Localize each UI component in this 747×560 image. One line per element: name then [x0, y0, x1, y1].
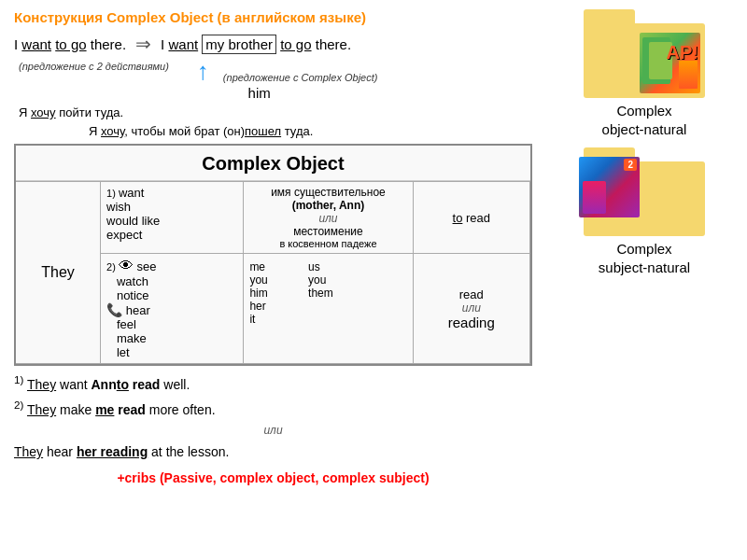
examples-section: 1) They want Annto read well. 2) They ma… — [14, 371, 532, 463]
folder-icon-1: AP! — [584, 9, 705, 98]
main-container: Конструкция Complex Object (в английском… — [0, 0, 747, 560]
verbs-group2: 2) 👁 see watch notice 📞 hear feel make l… — [101, 254, 244, 364]
complex-object-title: Complex Object — [16, 146, 530, 181]
result-cell-2: read или reading — [413, 254, 529, 364]
sentence2: I want my brother to go there. — [161, 36, 351, 52]
bottom-note: +cribs (Passive, complex object, complex… — [14, 470, 532, 485]
sentence1: I want to go there. — [14, 36, 126, 52]
result-cell-1: to read — [413, 182, 529, 254]
folder-label-1: Complexobject-natural — [602, 102, 687, 138]
complex-object-section: Complex Object They 1) wantwishwould lik… — [14, 144, 532, 366]
arrow-up-icon: ↑ — [197, 59, 209, 83]
folder-icon-2: 2 — [584, 147, 705, 236]
arrow-right-icon: ⇒ — [135, 33, 151, 55]
folder-image-2: 2 — [579, 157, 640, 217]
ili-center: или — [14, 422, 532, 440]
example1: 1) They want Annto read well. — [14, 371, 532, 395]
they-cell: They — [16, 182, 101, 364]
russian-sentence2: Я хочу, чтобы мой брат (он)пошел туда. — [89, 124, 313, 138]
left-note: (предложение с 2 действиями) — [19, 61, 169, 72]
pronoun-cell: meus youyou himthem her it — [244, 254, 413, 364]
page-title: Конструкция Complex Object (в английском… — [14, 9, 532, 25]
him-text: him — [248, 85, 271, 101]
folder-body-1: AP! — [584, 23, 705, 98]
pronoun-grid: meus youyou himthem her it — [249, 260, 406, 326]
noun-cell: имя существительное (mother, Ann) или ме… — [244, 182, 413, 254]
example3: They hear her reading at the lesson. — [14, 441, 532, 462]
verbs-group1: 1) wantwishwould likeexpect — [101, 182, 244, 254]
co-table: They 1) wantwishwould likeexpect имя сущ… — [16, 181, 530, 364]
folder-label-2: Complexsubject-natural — [599, 240, 690, 276]
left-panel: Конструкция Complex Object (в английском… — [0, 0, 542, 560]
russian-sentence1: Я хочу пойти туда. — [19, 105, 123, 119]
folder-complex-subject[interactable]: 2 Complexsubject-natural — [584, 147, 705, 276]
phone-icon: 📞 — [106, 302, 122, 317]
complex-note: (предложение с Complex Object) — [223, 72, 378, 83]
folder-body-2: 2 — [584, 161, 705, 236]
folder-complex-object[interactable]: AP! Complexobject-natural — [584, 9, 705, 138]
example2: 2) They make me read more often. — [14, 397, 532, 420]
eye-icon: 👁 — [119, 258, 134, 273]
folder-image-1: AP! — [640, 33, 700, 93]
right-panel: AP! Complexobject-natural 2 — [542, 0, 747, 560]
transform-row: I want to go there. ⇒ I want my brother … — [14, 33, 532, 55]
